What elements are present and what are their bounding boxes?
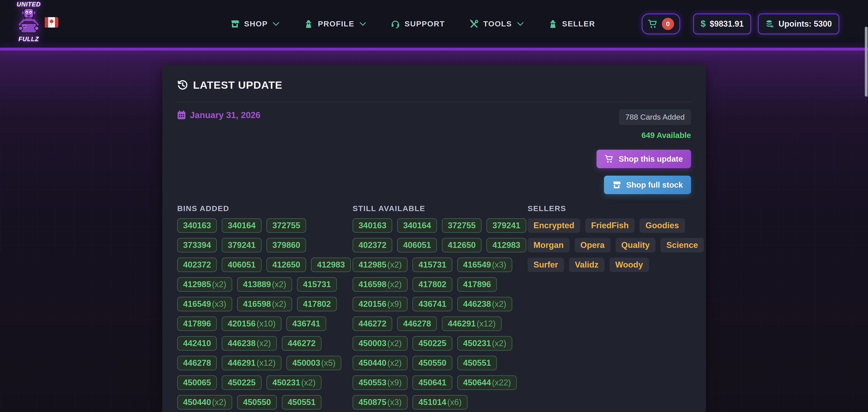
shop-this-update-label: Shop this update: [619, 154, 683, 164]
bin-chip: 450644 (x22): [457, 375, 517, 390]
latest-update-card: LATEST UPDATE January 31, 2026 788 Cards…: [162, 65, 706, 412]
chip-row: 412985 (x2)413889 (x2)415731: [177, 277, 348, 292]
bins-added-column: BINS ADDED 34016334016437275537339437924…: [177, 204, 348, 412]
dollar-icon: $: [701, 19, 706, 29]
chip-row: 417896420156 (x10)436741: [177, 316, 348, 331]
upoints-button[interactable]: Upoints: 5300: [758, 13, 839, 34]
seller-chip: Surfer: [528, 258, 564, 272]
cart-icon: [604, 154, 614, 164]
chip-row: 416549 (x3)416598 (x2)417802: [177, 297, 348, 311]
chip-row: 446278446291 (x12)450003 (x5): [177, 356, 348, 370]
nav-item-tools[interactable]: TOOLS: [469, 19, 524, 29]
bin-chip: 450065: [177, 375, 217, 390]
bin-chip: 436741: [286, 316, 326, 331]
nav-label-seller: SELLER: [562, 20, 595, 28]
seller-chip: Encrypted: [528, 218, 580, 233]
chevron-down-icon: [517, 22, 524, 26]
bins-added-list: 3401633401643727553733943792413798604023…: [177, 218, 348, 410]
nav-item-profile[interactable]: PROFILE: [304, 19, 366, 29]
bin-chip: 340164: [397, 218, 437, 233]
bin-chip: 420156 (x9): [352, 297, 408, 311]
seller-chip: Opera: [575, 238, 611, 252]
cart-button[interactable]: 0: [642, 13, 680, 34]
calendar-icon: [177, 110, 186, 119]
bin-chip: 450003 (x2): [352, 336, 408, 351]
seller-chip: Quality: [616, 238, 655, 252]
card-header: LATEST UPDATE: [177, 79, 691, 91]
cards-added-badge: 788 Cards Added: [619, 109, 691, 125]
bin-chip: 417896: [457, 277, 497, 292]
chip-row: 450065450225450231 (x2): [177, 375, 348, 390]
chip-row: 446272446278446291 (x12): [352, 316, 523, 331]
bin-chip: 446272: [352, 316, 392, 331]
bin-chip: 417896: [177, 316, 217, 331]
bin-chip: 450440 (x2): [177, 395, 232, 410]
bin-chip: 442410: [177, 336, 217, 351]
shop-full-stock-button[interactable]: Shop full stock: [604, 176, 691, 194]
bin-chip: 446291 (x12): [442, 316, 502, 331]
chip-row: 442410446238 (x2)446272: [177, 336, 348, 351]
chip-row: 373394379241379860: [177, 238, 348, 252]
chevron-down-icon: [273, 22, 279, 26]
page-title: LATEST UPDATE: [193, 79, 282, 91]
seller-chip: FriedFish: [585, 218, 635, 233]
bin-chip: 417802: [297, 297, 337, 311]
columns-section: BINS ADDED 34016334016437275537339437924…: [177, 204, 691, 412]
bin-chip: 340164: [222, 218, 261, 233]
nav-label-shop: SHOP: [244, 20, 268, 28]
chip-row: SurferValidzWoody: [528, 258, 691, 272]
shop-this-update-button[interactable]: Shop this update: [596, 150, 691, 168]
bin-chip: 379860: [267, 238, 306, 252]
seller-chip: Morgan: [528, 238, 569, 252]
bin-chip: 402372: [177, 258, 217, 272]
bin-chip: 446238 (x2): [222, 336, 277, 351]
vertical-scrollbar[interactable]: [865, 27, 868, 97]
bin-chip: 450875 (x3): [352, 395, 408, 410]
nav-label-support: SUPPORT: [405, 20, 445, 28]
nav-item-seller[interactable]: SELLER: [548, 19, 595, 29]
bin-chip: 412650: [442, 238, 482, 252]
chip-row: 450440 (x2)450550450551: [177, 395, 348, 410]
nav-label-profile: PROFILE: [318, 20, 354, 28]
bin-chip: 415731: [297, 277, 337, 292]
bin-chip: 372755: [442, 218, 482, 233]
chevron-down-icon: [360, 22, 366, 26]
bin-chip: 416598 (x2): [237, 297, 292, 311]
seller-chip: Science: [660, 238, 704, 252]
update-meta-row: January 31, 2026 788 Cards Added 649 Ava…: [177, 109, 691, 194]
history-clock-icon: [177, 80, 188, 91]
chip-row: 420156 (x9)436741446238 (x2): [352, 297, 523, 311]
bin-chip: 450231 (x2): [457, 336, 512, 351]
chip-row: 450440 (x2)450550450551: [352, 356, 523, 370]
nav-item-shop[interactable]: SHOP: [230, 19, 279, 29]
divider: [177, 102, 691, 102]
still-available-title: STILL AVAILABLE: [352, 204, 523, 213]
chip-row: 416598 (x2)417802417896: [352, 277, 523, 292]
bin-chip: 450553 (x9): [352, 375, 408, 390]
site-logo[interactable]: UNITED FULLZ: [12, 1, 46, 46]
bin-chip: 450550: [237, 395, 277, 410]
robot-mascot-icon: [14, 7, 43, 36]
store-icon: [612, 180, 621, 190]
upoints-amount: Upoints: 5300: [778, 19, 832, 29]
nav-menu: SHOP PROFILE SUPPORT: [230, 0, 595, 48]
available-count: 649 Available: [642, 131, 691, 140]
seller-chip: Goodies: [640, 218, 685, 233]
shop-full-stock-label: Shop full stock: [626, 180, 683, 190]
bin-chip: 446278: [397, 316, 437, 331]
bin-chip: 416598 (x2): [352, 277, 408, 292]
balance-amount: $9831.91: [710, 19, 744, 29]
chip-row: 340163340164372755: [177, 218, 348, 233]
bin-chip: 450225: [222, 375, 261, 390]
store-icon: [230, 19, 240, 29]
nav-item-support[interactable]: SUPPORT: [391, 19, 445, 29]
bin-chip: 450440 (x2): [352, 356, 408, 370]
balance-button[interactable]: $ $9831.91: [693, 13, 751, 34]
update-date: January 31, 2026: [177, 109, 260, 194]
chip-row: 412985 (x2)415731416549 (x3): [352, 258, 523, 272]
still-available-list: 3401633401643727553792414023724060514126…: [352, 218, 523, 410]
bin-chip: 412985 (x2): [352, 258, 408, 272]
bin-chip: 372755: [267, 218, 306, 233]
logo-text-bottom: FULLZ: [19, 36, 39, 42]
bin-chip: 451014 (x6): [412, 395, 467, 410]
